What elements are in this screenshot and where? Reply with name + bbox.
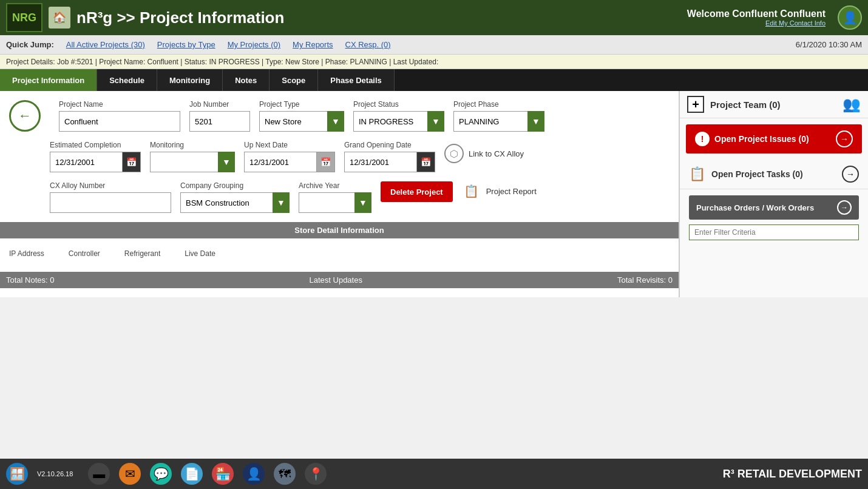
grand-opening-group: Grand Opening Date 📅 <box>344 141 435 172</box>
delete-project-button[interactable]: Delete Project <box>381 181 453 202</box>
taskbar-icon-location[interactable]: 📍 <box>305 463 327 485</box>
project-status-select-wrapper: IN PROGRESS PLANNING COMPLETE ON HOLD ▼ <box>353 111 444 132</box>
project-report-label: Project Report <box>486 187 537 196</box>
project-phase-label: Project Phase <box>453 100 544 109</box>
store-detail-header: Store Detail Information <box>0 222 679 238</box>
tab-scope[interactable]: Scope <box>270 69 318 91</box>
right-top-bar: + Project Team (0) 👥 <box>680 91 868 118</box>
delete-btn-container: Delete Project <box>381 181 453 202</box>
project-type-label: Project Type <box>259 100 344 109</box>
project-details-bar: Project Details: Job #:5201 | Project Na… <box>0 55 868 69</box>
taskbar: 🪟 V2.10.26.18 ▬ ✉ 💬 📄 🏪 👤 🗺 📍 R³ RETAIL … <box>0 459 868 489</box>
issues-label: Open Project Issues (0) <box>714 134 831 144</box>
project-report-link[interactable]: 📋 Project Report <box>462 181 537 201</box>
issues-alert-icon: ! <box>695 132 710 146</box>
archive-year-select-wrapper: ▼ <box>299 192 371 213</box>
open-project-tasks-row: 📋 Open Project Tasks (0) → <box>680 160 868 189</box>
app-title: nR³g >> Project Information <box>76 8 284 27</box>
issues-arrow-icon: → <box>836 130 853 147</box>
content-area: ← Project Name Job Number Project Type N… <box>0 91 868 297</box>
tab-bar: Project Information Schedule Monitoring … <box>0 69 868 91</box>
taskbar-icon-email[interactable]: ✉ <box>119 463 141 485</box>
up-next-date-input[interactable] <box>244 152 317 172</box>
project-phase-select[interactable]: PLANNING DESIGN CONSTRUCTION CLOSEOUT <box>453 111 544 132</box>
cx-alloy-link-label: Link to CX Alloy <box>469 149 524 158</box>
taskbar-icon-map[interactable]: 🗺 <box>274 463 296 485</box>
cx-resp-link[interactable]: CX Resp. (0) <box>345 40 391 49</box>
project-phase-group: Project Phase PLANNING DESIGN CONSTRUCTI… <box>453 100 544 132</box>
projects-by-type-link[interactable]: Projects by Type <box>157 40 215 49</box>
estimated-completion-label: Estimated Completion <box>50 141 141 149</box>
controller-label: Controller <box>69 249 100 258</box>
tasks-arrow-button[interactable]: → <box>842 166 859 183</box>
notes-footer: Total Notes: 0 Latest Updates Total Revi… <box>0 272 679 288</box>
po-arrow-icon[interactable]: → <box>837 200 852 215</box>
taskbar-icon-user[interactable]: 👤 <box>243 463 265 485</box>
project-report-container: 📋 Project Report <box>462 181 537 201</box>
form-row-3: CX Alloy Number Company Grouping BSM Con… <box>50 181 670 213</box>
my-reports-link[interactable]: My Reports <box>293 40 333 49</box>
archive-year-select[interactable] <box>299 192 371 213</box>
tab-project-information[interactable]: Project Information <box>0 69 97 91</box>
grand-opening-input[interactable] <box>344 152 417 172</box>
grand-opening-calendar-icon[interactable]: 📅 <box>417 152 435 172</box>
datetime: 6/1/2020 10:30 AM <box>796 40 862 49</box>
taskbar-icon-store[interactable]: 🏪 <box>212 463 234 485</box>
logo-area: NRG 🏠 nR³g >> Project Information <box>6 3 284 32</box>
edit-contact-link[interactable]: Edit My Contact Info <box>687 19 826 27</box>
cx-alloy-link[interactable]: ⬡ Link to CX Alloy <box>444 144 524 163</box>
taskbar-icon-windows[interactable]: 🪟 <box>6 463 28 485</box>
add-team-member-button[interactable]: + <box>687 96 704 113</box>
tab-monitoring[interactable]: Monitoring <box>157 69 223 91</box>
user-avatar[interactable]: 👤 <box>838 5 862 30</box>
monitoring-select[interactable] <box>150 152 235 172</box>
grand-opening-label: Grand Opening Date <box>344 141 435 149</box>
left-panel: ← Project Name Job Number Project Type N… <box>0 91 680 297</box>
company-grouping-label: Company Grouping <box>180 181 290 190</box>
job-number-group: Job Number <box>189 100 250 132</box>
po-title: Purchase Orders / Work Orders <box>696 203 814 212</box>
team-icon: 👥 <box>843 96 861 113</box>
my-projects-link[interactable]: My Projects (0) <box>228 40 280 49</box>
tab-schedule[interactable]: Schedule <box>97 69 157 91</box>
company-grouping-select[interactable]: BSM Construction Other <box>180 192 290 213</box>
project-type-select[interactable]: New Store Remodel Retrofit Other <box>259 111 344 132</box>
company-grouping-group: Company Grouping BSM Construction Other … <box>180 181 290 213</box>
quick-jump-links: Quick Jump: All Active Projects (30) Pro… <box>6 40 391 49</box>
estimated-completion-input[interactable] <box>50 152 123 172</box>
store-detail-row: IP Address Controller Refrigerant Live D… <box>9 244 670 263</box>
taskbar-right-logo: R³ RETAIL DEVELOPMENT <box>723 468 862 481</box>
taskbar-icon-doc[interactable]: 📄 <box>181 463 203 485</box>
monitoring-label: Monitoring <box>150 141 235 149</box>
monitoring-group: Monitoring ▼ <box>150 141 235 172</box>
tab-phase-details[interactable]: Phase Details <box>318 69 395 91</box>
taskbar-icon-app1[interactable]: ▬ <box>88 463 110 485</box>
ip-address-label: IP Address <box>9 249 44 258</box>
project-type-group: Project Type New Store Remodel Retrofit … <box>259 100 344 132</box>
estimated-completion-calendar-icon[interactable]: 📅 <box>123 152 141 172</box>
open-project-issues-button[interactable]: ! Open Project Issues (0) → <box>686 124 862 153</box>
form-row-2: Estimated Completion 📅 Monitoring ▼ Up N… <box>50 141 670 172</box>
back-button[interactable]: ← <box>9 100 41 132</box>
latest-updates: Latest Updates <box>310 275 362 285</box>
home-icon[interactable]: 🏠 <box>49 7 70 29</box>
tab-notes[interactable]: Notes <box>223 69 270 91</box>
taskbar-version: V2.10.26.18 <box>37 470 73 477</box>
top-header: NRG 🏠 nR³g >> Project Information Welcom… <box>0 0 868 35</box>
total-notes: Total Notes: 0 <box>6 275 55 285</box>
taskbar-icon-chat[interactable]: 💬 <box>150 463 172 485</box>
refrigerant-label: Refrigerant <box>124 249 160 258</box>
job-number-input[interactable] <box>189 111 250 132</box>
team-label: Project Team (0) <box>710 99 836 110</box>
cx-alloy-number-input[interactable] <box>50 192 171 213</box>
project-status-select[interactable]: IN PROGRESS PLANNING COMPLETE ON HOLD <box>353 111 444 132</box>
live-date-label: Live Date <box>185 249 215 258</box>
up-next-date-group: Up Next Date 📅 <box>244 141 335 172</box>
project-name-input[interactable] <box>59 111 180 132</box>
grand-opening-date-wrapper: 📅 <box>344 152 435 172</box>
project-type-select-wrapper: New Store Remodel Retrofit Other ▼ <box>259 111 344 132</box>
quick-jump-label: Quick Jump: <box>6 40 54 49</box>
all-active-projects-link[interactable]: All Active Projects (30) <box>66 40 145 49</box>
po-filter-input[interactable] <box>689 224 859 240</box>
up-next-date-calendar-icon[interactable]: 📅 <box>317 152 335 172</box>
